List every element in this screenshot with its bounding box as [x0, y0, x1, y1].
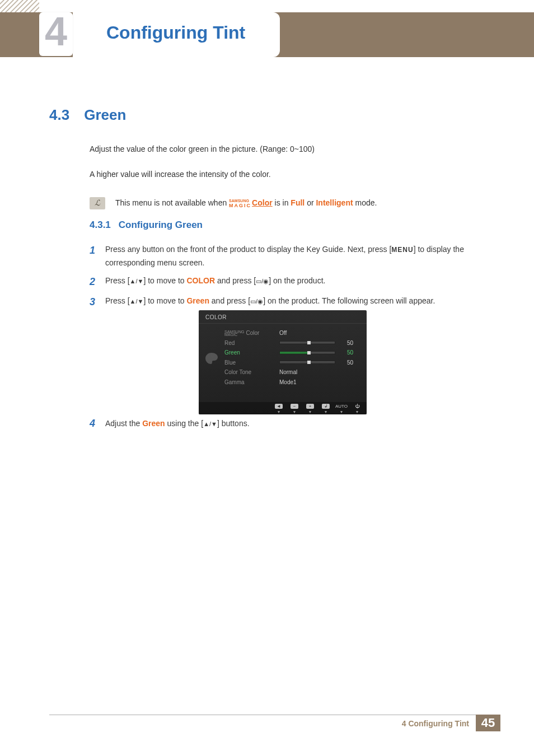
- plus-icon: +: [306, 404, 314, 409]
- step-text: Press any button on the front of the pro…: [105, 243, 486, 270]
- osd-val-blue: 50: [340, 358, 353, 368]
- samsung-magic-logo: SAMSUNGMAGIC: [229, 199, 251, 207]
- slider-green: [279, 351, 335, 354]
- paragraph-1: Adjust the value of the color green in t…: [90, 142, 486, 156]
- mode-intelligent: Intelligent: [316, 198, 353, 207]
- palette-icon: [205, 353, 218, 364]
- osd-title: COLOR: [199, 310, 367, 322]
- arrow-buttons-icon: ▲/▼: [130, 298, 144, 305]
- chapter-number: 4: [45, 11, 67, 52]
- note-icon: ℒ: [90, 197, 105, 209]
- target-color: COLOR: [186, 276, 215, 285]
- step-number: 3: [90, 293, 97, 311]
- step-text: Adjust the Green using the [▲/▼] buttons…: [105, 419, 250, 430]
- section-number: 4.3: [49, 106, 69, 123]
- body-copy: Adjust the value of the color green in t…: [90, 142, 486, 211]
- magic-color-link: Color: [252, 198, 273, 207]
- enter-icon: ↲: [322, 404, 330, 409]
- page-number: 45: [476, 715, 500, 731]
- osd-val-red: 50: [340, 338, 353, 348]
- slider-red: [279, 341, 335, 344]
- arrow-buttons-icon: ▲/▼: [203, 421, 217, 427]
- osd-val-colortone: Normal: [279, 367, 297, 377]
- osd-item-blue: Blue: [224, 358, 274, 368]
- slider-blue: [279, 361, 335, 364]
- enter-buttons-icon: ▭/◉: [256, 278, 269, 284]
- osd-val-gamma: Mode1: [279, 377, 297, 388]
- step-3: 3 Press [▲/▼] to move to Green and press…: [90, 295, 486, 311]
- footer-label: 4 Configuring Tint: [49, 715, 476, 731]
- step-text: Press [▲/▼] to move to Green and press […: [105, 295, 435, 311]
- osd-separator: [199, 323, 367, 324]
- osd-item-colortone: Color Tone: [224, 367, 274, 377]
- osd-item-gamma: Gamma: [224, 377, 274, 388]
- step-text: Press [▲/▼] to move to COLOR and press […: [105, 274, 325, 291]
- osd-val-green: 50: [340, 348, 353, 358]
- chapter-box: 4: [39, 12, 73, 56]
- step-4-wrap: 4 Adjust the Green using the [▲/▼] butto…: [90, 419, 486, 434]
- subsection-number: 4.3.1: [90, 220, 111, 230]
- enter-buttons-icon: ▭/◉: [250, 298, 263, 305]
- step-number: 1: [90, 242, 97, 270]
- section-heading: 4.3Green: [49, 106, 126, 124]
- section-title: Green: [84, 106, 126, 123]
- target-green: Green: [186, 296, 209, 305]
- step-number: 2: [90, 273, 97, 291]
- step-4: 4 Adjust the Green using the [▲/▼] butto…: [90, 419, 486, 430]
- note-row: ℒ This menu is not available when SAMSUN…: [90, 196, 486, 210]
- note-text: This menu is not available when SAMSUNGM…: [115, 196, 377, 210]
- power-icon: ⏻: [353, 404, 361, 409]
- step-1: 1 Press any button on the front of the p…: [90, 243, 486, 270]
- steps-list: 1 Press any button on the front of the p…: [90, 243, 486, 315]
- osd-values: Off 50 50 50 Normal Mode1: [279, 328, 360, 387]
- mode-full: Full: [291, 198, 305, 207]
- arrow-buttons-icon: ▲/▼: [130, 278, 144, 284]
- auto-label: AUTO: [338, 404, 345, 409]
- back-icon: ◄: [275, 404, 283, 409]
- samsung-magic-logo: SAMSUNGMAGIC: [224, 330, 244, 337]
- osd-val-magic: Off: [279, 328, 287, 338]
- menu-key: MENU: [391, 246, 413, 254]
- osd-item-red: Red: [224, 338, 274, 348]
- osd-labels: SAMSUNGMAGICColor Red Green Blue Color T…: [224, 328, 274, 387]
- osd-footer: ◄▾ −▾ +▾ ↲▾ AUTO▾ ⏻▾: [199, 402, 367, 414]
- minus-icon: −: [291, 404, 298, 409]
- osd-item-magic: SAMSUNGMAGICColor: [224, 328, 274, 338]
- osd-icon-col: [205, 328, 219, 387]
- chapter-title: Configuring Tint: [106, 22, 245, 43]
- subsection-title: Configuring Green: [119, 220, 203, 230]
- subsection-heading: 4.3.1Configuring Green: [90, 220, 203, 231]
- paragraph-2: A higher value will increase the intensi…: [90, 167, 486, 181]
- target-green: Green: [142, 419, 165, 428]
- osd-item-green: Green: [224, 348, 274, 358]
- osd-screenshot: COLOR SAMSUNGMAGICColor Red Green Blue C…: [199, 310, 367, 414]
- step-number: 4: [90, 418, 97, 430]
- step-2: 2 Press [▲/▼] to move to COLOR and press…: [90, 274, 486, 291]
- page-footer: 4 Configuring Tint 45: [49, 715, 500, 731]
